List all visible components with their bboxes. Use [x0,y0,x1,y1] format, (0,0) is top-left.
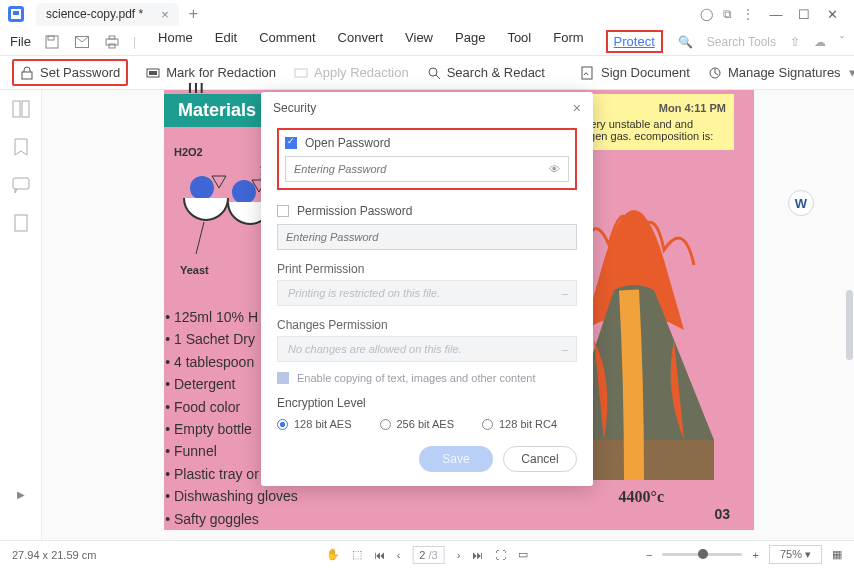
enc-128-rc4-radio[interactable]: 128 bit RC4 [482,418,557,430]
open-password-input[interactable] [294,163,549,175]
window-minimize[interactable]: — [762,7,790,22]
apply-redaction-label: Apply Redaction [314,65,409,80]
search-tools-input[interactable]: Search Tools [707,35,776,49]
menu-protect[interactable]: Protect [614,34,655,49]
page-input[interactable]: 2 /3 [412,546,444,564]
menu-edit[interactable]: Edit [215,30,237,53]
menu-form[interactable]: Form [553,30,583,53]
comments-icon[interactable] [12,176,30,194]
permission-password-field [277,224,577,250]
apply-redaction-button: Apply Redaction [294,65,409,80]
redact-mark-icon [146,66,160,80]
page-number-label: 03 [714,506,730,522]
menu-home[interactable]: Home [158,30,193,53]
fit-width-icon[interactable]: ▭ [518,548,528,561]
next-page-icon[interactable]: › [457,549,461,561]
window-maximize[interactable]: ☐ [790,7,818,22]
enc-opt-label: 256 bit AES [397,418,455,430]
svg-line-24 [196,222,204,254]
checkbox-empty-icon [277,205,289,217]
search-icon[interactable]: 🔍 [678,35,693,49]
expand-icon[interactable]: ˇ [840,35,844,49]
lock-icon [20,66,34,80]
enc-256-aes-radio[interactable]: 256 bit AES [380,418,455,430]
left-rail: ▶ [0,90,42,540]
set-password-button[interactable]: Set Password [20,65,120,80]
svg-rect-1 [48,36,54,40]
cloud-icon[interactable]: ☁ [814,35,826,49]
window-close[interactable]: ✕ [818,7,846,22]
zoom-in-icon[interactable]: + [752,549,758,561]
manage-signatures-label: Manage Signatures [728,65,841,80]
prev-page-icon[interactable]: ‹ [397,549,401,561]
permission-password-checkbox[interactable]: Permission Password [277,204,577,218]
search-redact-icon [427,66,441,80]
sign-document-button[interactable]: Sign Document [581,65,690,80]
rail-expand-icon[interactable]: ▶ [17,489,25,500]
dialog-title: Security [273,101,316,115]
materials-heading: Materials [164,94,270,127]
menu-convert[interactable]: Convert [338,30,384,53]
zoom-percent[interactable]: 75% ▾ [769,545,822,564]
dialog-close-icon[interactable]: × [573,100,581,116]
page-current: 2 [419,549,425,561]
new-tab-button[interactable]: + [189,5,198,23]
app-menu-icon[interactable]: ⧉ [723,7,732,21]
checkbox-disabled-icon [277,372,289,384]
highlight-set-password: Set Password [12,59,128,86]
enc-opt-label: 128 bit RC4 [499,418,557,430]
radio-on-icon [277,419,288,430]
attachments-icon[interactable] [12,214,30,232]
search-redact-button[interactable]: Search & Redact [427,65,545,80]
encryption-level-label: Encryption Level [277,396,577,410]
menu-view[interactable]: View [405,30,433,53]
bookmarks-icon[interactable] [12,138,30,156]
save-button[interactable]: Save [419,446,493,472]
zoom-out-icon[interactable]: − [646,549,652,561]
menu-tool[interactable]: Tool [507,30,531,53]
fit-page-icon[interactable]: ⛶ [495,549,506,561]
menu-comment[interactable]: Comment [259,30,315,53]
scrollbar-thumb[interactable] [846,290,853,360]
tab-filename: science-copy.pdf * [46,7,143,21]
print-permission-label: Print Permission [277,262,577,276]
permission-password-input [286,231,568,243]
highlight-open-password: Open Password 👁 [277,128,577,190]
mark-redaction-button[interactable]: Mark for Redaction [146,65,276,80]
file-menu[interactable]: File [10,33,31,51]
share-icon[interactable]: ⇧ [790,35,800,49]
signatures-icon [708,66,722,80]
word-export-badge[interactable]: W [788,190,814,216]
open-password-field[interactable]: 👁 [285,156,569,182]
enc-128-aes-radio[interactable]: 128 bit AES [277,418,352,430]
permission-password-label: Permission Password [297,204,412,218]
first-page-icon[interactable]: ⏮ [374,549,385,561]
menu-bar: File | Home Edit Comment Convert View Pa… [0,28,854,56]
sign-document-label: Sign Document [601,65,690,80]
label-yeast: Yeast [180,264,209,276]
document-tab[interactable]: science-copy.pdf * × [36,3,179,26]
print-icon[interactable] [103,33,121,51]
svg-rect-18 [13,178,29,189]
enable-copy-label: Enable copying of text, images and other… [297,372,536,384]
view-mode-icon[interactable]: ▦ [832,548,842,561]
menu-page[interactable]: Page [455,30,485,53]
last-page-icon[interactable]: ⏭ [472,549,483,561]
cancel-button[interactable]: Cancel [503,446,577,472]
tab-close-icon[interactable]: × [161,7,169,22]
kebab-icon[interactable]: ⋮ [742,7,754,21]
reveal-password-icon[interactable]: 👁 [549,163,560,175]
open-password-checkbox[interactable]: Open Password [285,136,569,150]
svg-rect-17 [22,101,29,117]
thumbnails-icon[interactable] [12,100,30,118]
save-icon[interactable] [43,33,61,51]
select-tool-icon[interactable]: ⬚ [352,548,362,561]
list-item: Safty goggles [174,508,298,530]
user-icon[interactable]: ◯ [700,7,713,21]
app-logo [8,6,24,22]
zoom-slider[interactable] [662,553,742,556]
hand-tool-icon[interactable]: ✋ [326,548,340,561]
radio-off-icon [380,419,391,430]
manage-signatures-button[interactable]: Manage Signatures▾ [708,65,854,80]
mail-icon[interactable] [73,33,91,51]
